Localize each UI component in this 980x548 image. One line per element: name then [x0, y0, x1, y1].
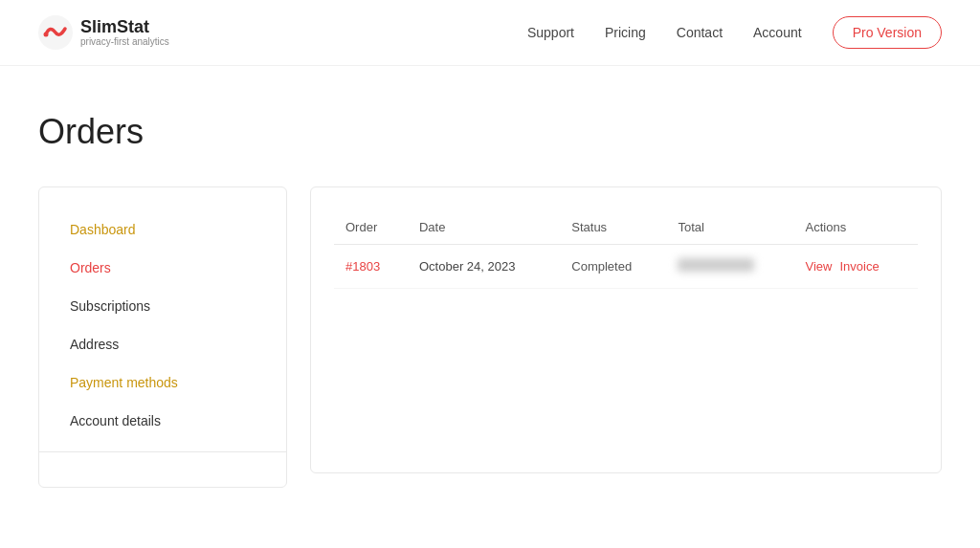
page-title: Orders	[38, 112, 942, 152]
sidebar-item-address[interactable]: Address	[39, 325, 286, 363]
logo-area: SlimStat privacy-first analytics	[38, 15, 169, 50]
svg-point-1	[44, 33, 49, 37]
logo-text: SlimStat privacy-first analytics	[80, 18, 169, 48]
order-date-cell: October 24, 2023	[408, 245, 560, 289]
main-nav: Support Pricing Contact Account Pro Vers…	[527, 16, 942, 49]
nav-link-support[interactable]: Support	[527, 25, 574, 40]
sidebar-item-subscriptions[interactable]: Subscriptions	[39, 287, 286, 325]
logo-name: SlimStat	[80, 18, 169, 37]
col-total: Total	[666, 210, 793, 245]
sidebar-item-account-details[interactable]: Account details	[39, 402, 286, 440]
logo-icon	[38, 15, 73, 50]
orders-panel: Order Date Status Total Actions #1803 Oc…	[310, 186, 942, 473]
invoice-link[interactable]: Invoice	[839, 259, 879, 274]
nav-link-contact[interactable]: Contact	[677, 25, 723, 40]
order-number-cell: #1803	[334, 245, 408, 289]
pro-version-button[interactable]: Pro Version	[833, 16, 942, 49]
order-total-blurred	[678, 258, 754, 272]
nav-link-pricing[interactable]: Pricing	[605, 25, 646, 40]
col-status: Status	[560, 210, 666, 245]
orders-table-head: Order Date Status Total Actions	[334, 210, 918, 245]
view-order-link[interactable]: View	[806, 259, 833, 274]
col-date: Date	[408, 210, 560, 245]
orders-table-body: #1803 October 24, 2023 Completed View	[334, 245, 918, 289]
order-total-cell	[666, 245, 793, 289]
order-actions-cell: View Invoice	[794, 245, 918, 289]
sidebar-item-payment-methods[interactable]: Payment methods	[39, 363, 286, 402]
orders-table-header-row: Order Date Status Total Actions	[334, 210, 918, 245]
order-status-cell: Completed	[560, 245, 666, 289]
content-layout: Dashboard Orders Subscriptions Address P…	[38, 186, 942, 488]
col-actions: Actions	[794, 210, 918, 245]
order-action-links: View Invoice	[806, 259, 906, 274]
table-row: #1803 October 24, 2023 Completed View	[334, 245, 918, 289]
nav-link-account[interactable]: Account	[753, 25, 802, 40]
sidebar-divider	[39, 451, 286, 452]
order-number-link[interactable]: #1803	[345, 259, 380, 274]
site-header: SlimStat privacy-first analytics Support…	[0, 0, 980, 66]
col-order: Order	[334, 210, 408, 245]
main-content: Orders Dashboard Orders Subscriptions Ad…	[0, 66, 980, 534]
sidebar: Dashboard Orders Subscriptions Address P…	[38, 186, 287, 488]
sidebar-item-dashboard[interactable]: Dashboard	[39, 210, 286, 249]
orders-table: Order Date Status Total Actions #1803 Oc…	[334, 210, 918, 289]
logo-tagline: privacy-first analytics	[80, 36, 169, 47]
sidebar-item-orders[interactable]: Orders	[39, 249, 286, 287]
order-status-badge: Completed	[571, 259, 632, 274]
sidebar-nav: Dashboard Orders Subscriptions Address P…	[39, 210, 286, 464]
